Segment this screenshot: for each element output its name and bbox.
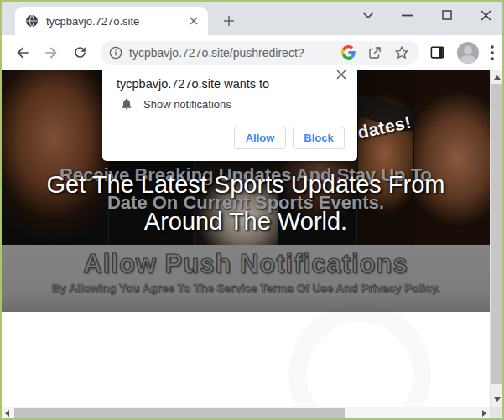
page-content: dates! Receive Breaking Updates And Stay… bbox=[2, 70, 502, 418]
scroll-up-arrow-icon[interactable] bbox=[494, 75, 501, 80]
banner-terms: By Allowing You Agree To The Service Ter… bbox=[2, 282, 490, 294]
dialog-buttons: Allow Block bbox=[234, 127, 345, 149]
push-banner: Allow Push Notifications By Allowing You… bbox=[2, 245, 490, 312]
profile-avatar[interactable] bbox=[457, 42, 479, 64]
tab-title: tycpbavjo.727o.site bbox=[46, 15, 186, 28]
browser-tab[interactable]: tycpbavjo.727o.site bbox=[15, 7, 208, 35]
scrollbar-corner bbox=[490, 407, 502, 418]
horizontal-scrollbar-thumb[interactable] bbox=[14, 408, 345, 418]
dialog-title: tycpbavjo.727o.site wants to bbox=[117, 77, 269, 91]
banner-title: Allow Push Notifications bbox=[2, 249, 490, 279]
scroll-right-arrow-icon[interactable] bbox=[482, 410, 486, 417]
page-body-blank bbox=[2, 312, 490, 407]
window-controls bbox=[361, 5, 492, 25]
window-close-button[interactable] bbox=[480, 9, 492, 22]
scroll-left-arrow-icon[interactable] bbox=[5, 410, 9, 417]
permission-label: Show notifications bbox=[143, 98, 231, 111]
globe-favicon-icon bbox=[25, 14, 39, 28]
faint-divider-line bbox=[195, 352, 195, 384]
window-menu-chevron-icon[interactable] bbox=[361, 9, 374, 22]
block-button[interactable]: Block bbox=[293, 127, 345, 149]
page-viewport: dates! Receive Breaking Updates And Stay… bbox=[2, 70, 490, 407]
bookmark-star-icon[interactable] bbox=[394, 45, 409, 60]
page-info-icon[interactable] bbox=[109, 46, 122, 60]
window-minimize-button[interactable] bbox=[401, 9, 413, 22]
forward-button[interactable] bbox=[40, 42, 62, 64]
avatar-head bbox=[464, 46, 472, 54]
vertical-scrollbar[interactable] bbox=[490, 70, 502, 407]
reload-button[interactable] bbox=[69, 42, 91, 64]
allow-button[interactable]: Allow bbox=[234, 127, 286, 149]
google-logo-icon[interactable] bbox=[341, 45, 356, 60]
permission-row: Show notifications bbox=[120, 97, 231, 111]
side-panel-icon[interactable] bbox=[429, 44, 445, 60]
horizontal-scrollbar[interactable] bbox=[2, 407, 490, 418]
main-heading-line2: Around The World. bbox=[2, 208, 490, 236]
share-icon[interactable] bbox=[367, 45, 382, 60]
avatar-body bbox=[460, 55, 476, 64]
url-text: tycpbavjo.727o.site/pushredirect? bbox=[129, 46, 330, 60]
notification-permission-dialog: tycpbavjo.727o.site wants to Show notifi… bbox=[102, 70, 357, 161]
dialog-close-icon[interactable] bbox=[334, 70, 349, 82]
address-bar[interactable]: tycpbavjo.727o.site/pushredirect? bbox=[101, 41, 419, 65]
back-button[interactable] bbox=[12, 42, 34, 64]
new-tab-button[interactable] bbox=[218, 10, 240, 32]
browser-window: tycpbavjo.727o.site bbox=[0, 0, 504, 420]
titlebar: tycpbavjo.727o.site bbox=[2, 2, 502, 35]
toolbar-right bbox=[429, 42, 494, 64]
toolbar: tycpbavjo.727o.site/pushredirect? bbox=[2, 35, 502, 70]
bell-icon bbox=[120, 97, 133, 111]
vertical-scrollbar-thumb[interactable] bbox=[491, 84, 502, 384]
menu-kebab-icon[interactable] bbox=[491, 45, 494, 60]
tab-close-icon[interactable] bbox=[186, 13, 201, 29]
main-heading-line1: Get The Latest Sports Updates From bbox=[2, 171, 490, 199]
window-maximize-button[interactable] bbox=[440, 9, 453, 22]
scroll-down-arrow-icon[interactable] bbox=[494, 397, 501, 402]
